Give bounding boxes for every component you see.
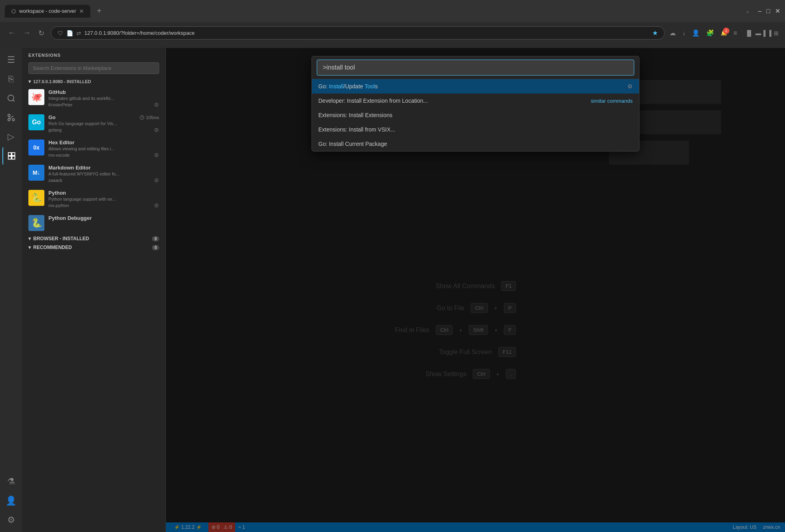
- svg-rect-7: [12, 153, 14, 155]
- address-bar[interactable]: 🛡 📄 ⇄ 127.0.0.1:8080/?folder=/home/coder…: [51, 26, 665, 40]
- activity-source-control[interactable]: [2, 109, 20, 126]
- menu-hamburger-icon[interactable]: ≡: [733, 30, 737, 37]
- activity-menu[interactable]: ☰: [2, 51, 20, 69]
- forward-button[interactable]: →: [22, 27, 32, 39]
- command-text-extensions-vsix: Extensions: Install from VSIX...: [318, 126, 633, 133]
- browser-installed-label: BROWSER - INSTALLED: [33, 236, 89, 241]
- back-button[interactable]: ←: [6, 27, 17, 39]
- sidebar-left-icon[interactable]: ▐▌: [745, 30, 753, 36]
- sidebar: EXTENSIONS ▾ 127.0.0.1:8080 - INSTALLED …: [22, 48, 166, 532]
- minimize-button[interactable]: –: [758, 8, 761, 15]
- go-gear-icon[interactable]: ⚙: [154, 127, 159, 133]
- activity-search[interactable]: [2, 90, 20, 107]
- go-timing: 105ms: [140, 115, 159, 120]
- github-author: KnisterPeter: [48, 102, 73, 107]
- hex-editor-name: Hex Editor: [48, 139, 74, 145]
- main-area: Show All Commands F1 Go to File Ctrl + P…: [166, 48, 785, 532]
- recommended-section-header[interactable]: ▾ RECOMMENDED 0: [22, 243, 166, 252]
- command-result-developer-install[interactable]: Developer: Install Extension from Locati…: [312, 94, 639, 108]
- command-result-go-install-current[interactable]: Go: Install Current Package: [312, 137, 639, 151]
- extension-item-python-debugger[interactable]: 🐍 Python Debugger: [22, 212, 166, 234]
- download-icon[interactable]: ↓: [682, 30, 685, 37]
- markdown-editor-icon: M↓: [28, 165, 44, 181]
- activity-run[interactable]: ▷: [2, 128, 20, 145]
- hex-editor-info: Hex Editor Allows viewing and editing fi…: [48, 139, 159, 158]
- command-result-extensions-install[interactable]: Extensions: Install Extensions: [312, 108, 639, 122]
- activity-explorer[interactable]: ⎘: [2, 70, 20, 88]
- hex-editor-icon: 0x: [28, 139, 44, 155]
- extension-item-github[interactable]: 🐙 GitHub Integrates github and its workf…: [22, 86, 166, 111]
- command-text-go-install: Go: Install/Update Tools: [318, 83, 624, 90]
- command-result-go-install[interactable]: Go: Install/Update Tools ⚙: [312, 79, 639, 94]
- browser-tab[interactable]: ⌬ workspace - code-server ✕: [5, 5, 90, 18]
- python-gear-icon[interactable]: ⚙: [154, 202, 159, 209]
- activity-flask[interactable]: ⚗: [2, 473, 20, 490]
- recommended-collapse-icon: ▾: [28, 245, 31, 250]
- installed-section-header[interactable]: ▾ 127.0.0.1:8080 - INSTALLED: [22, 77, 166, 86]
- extension-item-python[interactable]: 🐍 Python Python language support with ex…: [22, 187, 166, 212]
- grid-icon[interactable]: ⊞: [774, 30, 779, 36]
- markdown-editor-author: zaaack: [48, 178, 62, 183]
- url-text[interactable]: 127.0.0.1:8080/?folder=/home/coder/works…: [84, 30, 649, 36]
- sidebar-right-icon[interactable]: ▌▐: [763, 30, 771, 36]
- pocket-icon[interactable]: ☁: [669, 29, 676, 37]
- window-controls: ⌄ – □ ✕: [745, 7, 780, 15]
- new-tab-button[interactable]: +: [94, 3, 105, 19]
- activity-account[interactable]: 👤: [2, 492, 20, 510]
- python-icon: 🐍: [28, 190, 44, 206]
- hex-editor-gear-icon[interactable]: ⚙: [154, 152, 159, 158]
- bookmark-star[interactable]: ★: [652, 29, 658, 37]
- notification-badge[interactable]: 🔔 2: [721, 30, 727, 36]
- refresh-button[interactable]: ↻: [37, 27, 46, 39]
- svg-line-1: [13, 100, 14, 102]
- browser-navbar: ← → ↻ 🛡 📄 ⇄ 127.0.0.1:8080/?folder=/home…: [0, 22, 785, 44]
- github-info: GitHub Integrates github and its workflo…: [48, 89, 159, 108]
- command-result-extensions-vsix[interactable]: Extensions: Install from VSIX...: [312, 122, 639, 137]
- go-icon: Go: [28, 114, 44, 130]
- search-extensions-input[interactable]: [28, 62, 159, 74]
- svg-rect-8: [8, 156, 11, 159]
- activity-extensions[interactable]: [2, 147, 20, 165]
- command-gear-icon[interactable]: ⚙: [627, 83, 633, 90]
- python-desc: Python language support with ex...: [48, 197, 159, 201]
- recommended-label: RECOMMENDED: [33, 245, 72, 250]
- similar-commands-link[interactable]: similar commands: [591, 98, 633, 104]
- close-window-button[interactable]: ✕: [775, 7, 780, 15]
- go-info: Go 105ms Rich Go language support for Vi…: [48, 114, 159, 133]
- hex-editor-desc: Allows viewing and editing files i...: [48, 146, 159, 151]
- browser-titlebar: ⌬ workspace - code-server ✕ + ⌄ – □ ✕: [0, 0, 785, 22]
- extensions-browser-icon[interactable]: 🧩: [706, 29, 714, 37]
- sidebar-bottom-icon[interactable]: ▬: [755, 30, 761, 36]
- github-desc: Integrates github and its workflo...: [48, 96, 159, 101]
- vscode-container: ☰ ⎘ ▷ ⚗ 👤 ⚙ EXTENSIONS: [0, 48, 785, 532]
- command-palette: Go: Install/Update Tools ⚙ Developer: In…: [312, 56, 639, 151]
- command-input-row: [312, 56, 639, 79]
- svg-point-2: [12, 119, 14, 121]
- recommended-count: 0: [152, 245, 159, 250]
- browser-installed-section-header[interactable]: ▾ BROWSER - INSTALLED 0: [22, 234, 166, 243]
- go-author: golang: [48, 128, 62, 132]
- profile-icon[interactable]: 👤: [692, 29, 700, 37]
- activity-settings[interactable]: ⚙: [2, 511, 20, 529]
- markdown-editor-desc: A full-featured WYSIWYG editor fo...: [48, 171, 159, 176]
- python-debugger-icon: 🐍: [28, 215, 44, 231]
- markdown-editor-gear-icon[interactable]: ⚙: [154, 177, 159, 183]
- extension-item-go[interactable]: Go Go 105ms Rich Go language support for…: [22, 111, 166, 136]
- tab-close-button[interactable]: ✕: [79, 8, 84, 14]
- extension-item-markdown-editor[interactable]: M↓ Markdown Editor A full-featured WYSIW…: [22, 161, 166, 187]
- python-author: ms-python: [48, 203, 69, 208]
- maximize-button[interactable]: □: [766, 8, 770, 15]
- page-icon: 📄: [66, 30, 73, 36]
- extension-item-hex-editor[interactable]: 0x Hex Editor Allows viewing and editing…: [22, 136, 166, 161]
- installed-section-label: 127.0.0.1:8080 - INSTALLED: [33, 79, 91, 84]
- browser-chrome: ⌬ workspace - code-server ✕ + ⌄ – □ ✕ ← …: [0, 0, 785, 48]
- tab-title: workspace - code-server: [19, 8, 76, 14]
- sidebar-search-area: [22, 62, 166, 77]
- svg-point-0: [8, 95, 14, 101]
- layout-switcher: ▐▌ ▬ ▌▐ ⊞: [745, 30, 779, 36]
- svg-rect-6: [8, 153, 11, 155]
- command-text-developer-install: Developer: Install Extension from Locati…: [318, 98, 587, 104]
- extension-icon: ⇄: [76, 30, 81, 36]
- github-gear-icon[interactable]: ⚙: [154, 102, 159, 108]
- command-palette-input[interactable]: [317, 60, 634, 76]
